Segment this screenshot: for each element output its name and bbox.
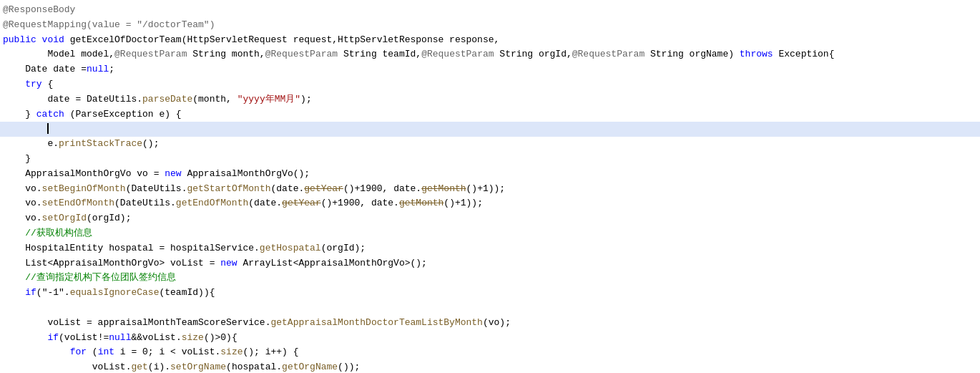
code-line: for (int i = 0; i < voList.size(); i++) … [0, 345, 980, 360]
code-line: HospitalEntity hospatal = hospitalServic… [0, 241, 980, 256]
code-line: } [0, 152, 980, 167]
code-line: } catch (ParseException e) { [0, 107, 980, 122]
line-content: Date date =null; [0, 62, 980, 77]
code-line: //查询指定机构下各位团队签约信息 [0, 271, 980, 286]
code-line: if("-1".equalsIgnoreCase(teamId)){ [0, 286, 980, 301]
code-line: public void getExcelOfDoctorTeam(HttpSer… [0, 33, 980, 48]
code-line: voList.get(i).setOrgName(hospatal.getOrg… [0, 360, 980, 373]
line-content: } [0, 152, 980, 167]
line-content [0, 301, 980, 316]
code-line: date = DateUtils.parseDate(month, "yyyy年… [0, 92, 980, 107]
line-content: voList.get(i).setOrgName(hospatal.getOrg… [0, 360, 980, 373]
code-line: Date date =null; [0, 62, 980, 77]
code-line [0, 301, 980, 316]
code-line: @RequestMapping(value = "/doctorTeam") [0, 18, 980, 33]
code-line: Model model,@RequestParam String month,@… [0, 47, 980, 62]
code-line: @ResponseBody [0, 3, 980, 18]
line-content: public void getExcelOfDoctorTeam(HttpSer… [0, 33, 980, 48]
line-content: AppraisalMonthOrgVo vo = new AppraisalMo… [0, 167, 980, 182]
line-content: @RequestMapping(value = "/doctorTeam") [0, 18, 980, 33]
line-content: date = DateUtils.parseDate(month, "yyyy年… [0, 92, 980, 107]
line-content [0, 122, 980, 137]
line-content: vo.setEndOfMonth(DateUtils.getEndOfMonth… [0, 196, 980, 211]
line-content: List<AppraisalMonthOrgVo> voList = new A… [0, 256, 980, 271]
code-line: vo.setOrgId(orgId); [0, 211, 980, 226]
code-line: vo.setBeginOfMonth(DateUtils.getStartOfM… [0, 182, 980, 197]
line-content: voList = appraisalMonthTeamScoreService.… [0, 316, 980, 331]
line-content: HospitalEntity hospatal = hospitalServic… [0, 241, 980, 256]
line-content: if("-1".equalsIgnoreCase(teamId)){ [0, 286, 980, 301]
line-content: @ResponseBody [0, 3, 980, 18]
code-line: AppraisalMonthOrgVo vo = new AppraisalMo… [0, 167, 980, 182]
line-content: try { [0, 77, 980, 92]
code-line: vo.setEndOfMonth(DateUtils.getEndOfMonth… [0, 196, 980, 211]
line-content: e.printStackTrace(); [0, 137, 980, 152]
code-line [0, 122, 980, 137]
code-line: if(voList!=null&&voList.size()>0){ [0, 331, 980, 346]
code-editor[interactable]: @ResponseBody@RequestMapping(value = "/d… [0, 0, 980, 373]
line-content: } catch (ParseException e) { [0, 107, 980, 122]
code-line: voList = appraisalMonthTeamScoreService.… [0, 316, 980, 331]
line-content: Model model,@RequestParam String month,@… [0, 47, 980, 62]
line-content: //查询指定机构下各位团队签约信息 [0, 271, 980, 286]
code-line: List<AppraisalMonthOrgVo> voList = new A… [0, 256, 980, 271]
code-line: e.printStackTrace(); [0, 137, 980, 152]
line-content: vo.setBeginOfMonth(DateUtils.getStartOfM… [0, 182, 980, 197]
line-content: for (int i = 0; i < voList.size(); i++) … [0, 345, 980, 360]
line-content: //获取机构信息 [0, 226, 980, 241]
line-content: vo.setOrgId(orgId); [0, 211, 980, 226]
code-line: try { [0, 77, 980, 92]
line-content: if(voList!=null&&voList.size()>0){ [0, 331, 980, 346]
code-line: //获取机构信息 [0, 226, 980, 241]
